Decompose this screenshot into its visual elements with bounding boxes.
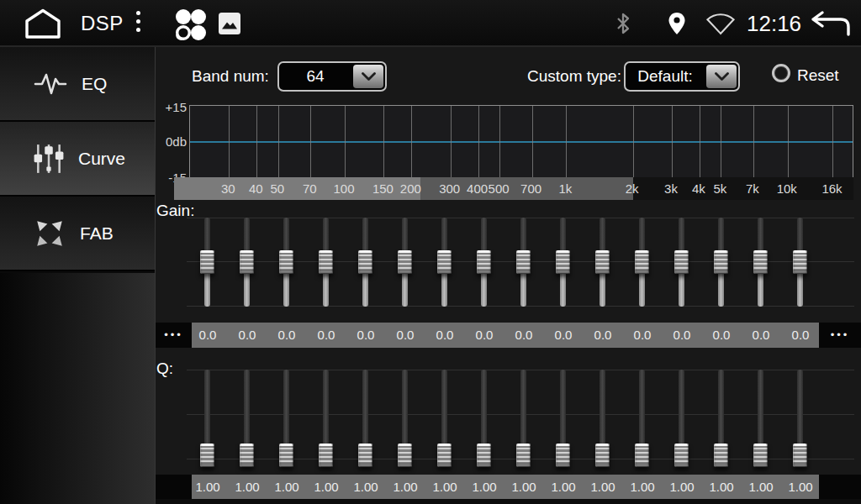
gain-slider-thumb[interactable] (398, 250, 412, 274)
freq-tick-label: 100 (334, 177, 355, 200)
apps-clover-icon[interactable] (172, 7, 207, 42)
gain-slider-thumb[interactable] (358, 250, 372, 274)
q-slider-thumb[interactable] (477, 444, 491, 467)
q-slider-thumb[interactable] (556, 444, 570, 467)
gain-slider-thumb[interactable] (635, 250, 649, 274)
freq-gridline (672, 106, 673, 177)
gain-slider-thumb[interactable] (240, 250, 254, 274)
q-slider-thumb[interactable] (240, 444, 254, 467)
q-slider-thumb[interactable] (437, 444, 452, 467)
q-slider-track[interactable] (600, 370, 605, 455)
sidebar-item-curve[interactable]: Curve (0, 122, 155, 197)
sidebar-item-label: EQ (82, 74, 107, 94)
dsp-screen: DSP 12:16 (0, 0, 861, 504)
gain-value: 0.0 (594, 323, 612, 348)
q-section-label: Q: (156, 360, 173, 378)
q-value: 1.00 (709, 475, 733, 499)
freq-tick-label: 50 (270, 177, 284, 200)
q-slider-thumb[interactable] (279, 444, 293, 467)
overflow-menu-icon[interactable] (136, 11, 140, 32)
status-bar: DSP 12:16 (0, 0, 861, 47)
gain-slider-thumb[interactable] (516, 250, 531, 274)
q-slider-thumb[interactable] (753, 444, 768, 467)
gain-value: 0.0 (634, 323, 652, 348)
q-slider-track[interactable] (283, 370, 289, 455)
home-icon[interactable] (22, 7, 64, 40)
q-slider-thumb[interactable] (714, 444, 728, 467)
freq-gridline (532, 106, 533, 177)
q-more-right-button[interactable] (819, 475, 861, 499)
gain-value: 0.0 (357, 323, 375, 348)
gain-slider-thumb[interactable] (279, 250, 293, 274)
sidebar-item-eq[interactable]: EQ (0, 47, 155, 122)
gain-value: 0.0 (713, 323, 731, 348)
gain-more-right-button[interactable]: ••• (819, 323, 861, 348)
back-icon[interactable] (809, 9, 853, 38)
q-slider-thumb[interactable] (635, 444, 649, 467)
gain-more-left-button[interactable]: ••• (156, 323, 192, 348)
gain-slider-thumb[interactable] (714, 250, 728, 274)
band-num-dropdown-button[interactable] (353, 65, 383, 88)
y-axis-label-zero: 0db (150, 134, 187, 149)
freq-tick-label: 500 (489, 177, 510, 200)
freq-tick-label: 200 (400, 177, 421, 200)
q-value: 1.00 (788, 475, 812, 499)
sidebar-item-fab[interactable]: FAB (0, 197, 155, 271)
gain-slider-thumb[interactable] (477, 250, 491, 274)
band-num-value: 64 (279, 67, 351, 86)
q-slider-track[interactable] (679, 370, 684, 455)
q-slider-track[interactable] (441, 370, 447, 455)
gain-slider-thumb[interactable] (200, 250, 214, 274)
gain-slider-thumb[interactable] (556, 250, 570, 274)
gain-slider-thumb[interactable] (674, 250, 689, 274)
freq-gridline (451, 106, 452, 177)
gain-value: 0.0 (753, 323, 770, 348)
q-slider-track[interactable] (639, 370, 645, 455)
custom-type-dropdown-button[interactable] (706, 65, 737, 88)
gain-slider-thumb[interactable] (319, 250, 333, 274)
q-slider-track[interactable] (758, 370, 763, 455)
q-slider-track[interactable] (244, 370, 250, 455)
band-num-dropdown[interactable]: 64 (277, 61, 387, 92)
clock: 12:16 (747, 11, 801, 37)
gallery-icon[interactable] (218, 12, 241, 35)
q-slider-track[interactable] (204, 370, 210, 455)
freq-tick-label: 3k (664, 177, 678, 200)
gain-slider-thumb[interactable] (753, 250, 768, 274)
custom-type-label: Custom type: (527, 67, 621, 86)
gain-slider-thumb[interactable] (437, 250, 452, 274)
q-more-left-button[interactable] (156, 475, 192, 499)
q-slider-thumb[interactable] (595, 444, 610, 467)
q-slider-track[interactable] (718, 370, 724, 455)
reset-radio[interactable] (772, 64, 790, 82)
q-value: 1.00 (511, 475, 536, 499)
q-slider-thumb[interactable] (398, 444, 412, 467)
q-value: 1.00 (669, 475, 694, 499)
q-slider-track[interactable] (481, 370, 487, 455)
freq-gridline (310, 106, 311, 177)
q-value: 1.00 (590, 475, 615, 499)
q-slider-track[interactable] (402, 370, 408, 455)
q-slider-track[interactable] (797, 370, 803, 455)
q-slider-thumb[interactable] (674, 444, 689, 467)
gain-value: 0.0 (436, 323, 454, 348)
q-slider-thumb[interactable] (200, 444, 214, 467)
q-value: 1.00 (472, 475, 496, 499)
chevron-down-icon (715, 72, 729, 81)
q-slider-thumb[interactable] (358, 444, 372, 467)
freq-gridline (566, 106, 567, 177)
q-slider-thumb[interactable] (516, 444, 531, 467)
gain-slider-thumb[interactable] (793, 250, 807, 274)
q-slider-track[interactable] (362, 370, 368, 455)
q-values-strip: 1.001.001.001.001.001.001.001.001.001.00… (192, 475, 819, 499)
custom-type-dropdown[interactable]: Default: (624, 61, 740, 92)
q-value: 1.00 (195, 475, 219, 499)
gain-value: 0.0 (199, 323, 217, 348)
q-slider-track[interactable] (520, 370, 526, 455)
gain-slider-thumb[interactable] (595, 250, 610, 274)
gain-value: 0.0 (555, 323, 573, 348)
q-slider-thumb[interactable] (793, 444, 807, 467)
q-slider-thumb[interactable] (319, 444, 333, 467)
q-slider-track[interactable] (323, 370, 329, 455)
q-slider-track[interactable] (560, 370, 566, 455)
